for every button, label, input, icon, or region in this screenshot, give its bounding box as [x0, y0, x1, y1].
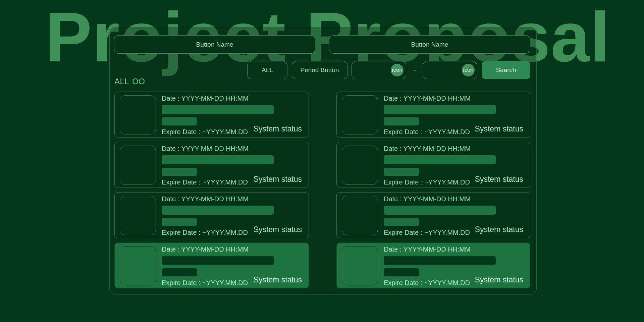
- item-card[interactable]: Date : YYYY-MM-DD HH:MM Expire Date : ~Y…: [114, 192, 309, 238]
- date-start-input[interactable]: icon: [352, 61, 406, 79]
- thumbnail-placeholder: [120, 196, 156, 235]
- header-button-right[interactable]: Button Name: [329, 35, 530, 54]
- system-status-label: System status: [254, 124, 302, 133]
- date-label: Date : YYYY-MM-DD HH:MM: [162, 195, 249, 203]
- item-card[interactable]: Date : YYYY-MM-DD HH:MM Expire Date : ~Y…: [114, 92, 309, 138]
- thumbnail-placeholder: [120, 95, 156, 135]
- item-card[interactable]: Date : YYYY-MM-DD HH:MM Expire Date : ~Y…: [336, 92, 530, 138]
- date-label: Date : YYYY-MM-DD HH:MM: [162, 95, 249, 102]
- header-button-left[interactable]: Button Name: [114, 35, 315, 54]
- thumbnail-placeholder: [342, 95, 378, 135]
- title-placeholder-bar: [384, 105, 496, 114]
- section-label: ALLOO: [114, 77, 145, 86]
- subtitle-placeholder-bar: [384, 268, 419, 276]
- section-title: ALL: [114, 77, 129, 86]
- title-placeholder-bar: [162, 206, 274, 215]
- all-filter-button[interactable]: ALL: [247, 61, 287, 79]
- expire-date-label: Expire Date : ~YYYY.MM.DD: [162, 229, 248, 236]
- date-label: Date : YYYY-MM-DD HH:MM: [384, 95, 471, 102]
- subtitle-placeholder-bar: [162, 218, 197, 226]
- date-range-separator: ~: [406, 61, 423, 79]
- thumbnail-placeholder: [120, 246, 156, 285]
- thumbnail-placeholder: [342, 196, 378, 235]
- system-status-label: System status: [254, 225, 302, 234]
- thumbnail-placeholder: [342, 146, 378, 185]
- item-card[interactable]: Date : YYYY-MM-DD HH:MM Expire Date : ~Y…: [336, 142, 530, 188]
- item-card[interactable]: Date : YYYY-MM-DD HH:MM Expire Date : ~Y…: [336, 192, 530, 238]
- date-end-input[interactable]: icon: [423, 61, 477, 79]
- thumbnail-placeholder: [342, 246, 378, 285]
- thumbnail-placeholder: [120, 146, 156, 185]
- expire-date-label: Expire Date : ~YYYY.MM.DD: [162, 279, 248, 287]
- calendar-icon[interactable]: icon: [462, 64, 475, 76]
- calendar-icon[interactable]: icon: [391, 64, 404, 76]
- item-card[interactable]: Date : YYYY-MM-DD HH:MM Expire Date : ~Y…: [114, 243, 309, 288]
- subtitle-placeholder-bar: [162, 268, 197, 276]
- title-placeholder-bar: [384, 155, 496, 164]
- expire-date-label: Expire Date : ~YYYY.MM.DD: [384, 229, 470, 236]
- search-button[interactable]: Search: [482, 61, 530, 79]
- subtitle-placeholder-bar: [162, 117, 197, 125]
- system-status-label: System status: [475, 124, 523, 133]
- expire-date-label: Expire Date : ~YYYY.MM.DD: [384, 178, 470, 186]
- system-status-label: System status: [475, 225, 523, 234]
- date-label: Date : YYYY-MM-DD HH:MM: [162, 145, 249, 153]
- item-card[interactable]: Date : YYYY-MM-DD HH:MM Expire Date : ~Y…: [114, 142, 309, 188]
- system-status-label: System status: [254, 175, 302, 184]
- date-label: Date : YYYY-MM-DD HH:MM: [384, 145, 471, 153]
- subtitle-placeholder-bar: [162, 168, 197, 176]
- expire-date-label: Expire Date : ~YYYY.MM.DD: [162, 178, 248, 186]
- subtitle-placeholder-bar: [384, 117, 419, 125]
- system-status-label: System status: [254, 275, 302, 284]
- title-placeholder-bar: [384, 256, 496, 265]
- item-card[interactable]: Date : YYYY-MM-DD HH:MM Expire Date : ~Y…: [336, 243, 530, 288]
- expire-date-label: Expire Date : ~YYYY.MM.DD: [384, 128, 470, 136]
- title-placeholder-bar: [162, 256, 274, 265]
- date-label: Date : YYYY-MM-DD HH:MM: [384, 246, 471, 253]
- date-label: Date : YYYY-MM-DD HH:MM: [162, 246, 249, 253]
- expire-date-label: Expire Date : ~YYYY.MM.DD: [384, 279, 470, 287]
- subtitle-placeholder-bar: [384, 218, 419, 226]
- system-status-label: System status: [475, 175, 523, 184]
- title-placeholder-bar: [384, 206, 496, 215]
- title-placeholder-bar: [162, 105, 274, 114]
- expire-date-label: Expire Date : ~YYYY.MM.DD: [162, 128, 248, 136]
- system-status-label: System status: [475, 275, 523, 284]
- subtitle-placeholder-bar: [384, 168, 419, 176]
- main-panel: Button Name Button Name ALL Period Butto…: [109, 27, 537, 294]
- date-label: Date : YYYY-MM-DD HH:MM: [384, 195, 471, 203]
- period-filter-button[interactable]: Period Button: [292, 61, 347, 79]
- title-placeholder-bar: [162, 155, 274, 164]
- card-grid: Date : YYYY-MM-DD HH:MM Expire Date : ~Y…: [114, 92, 530, 288]
- section-count: OO: [132, 77, 145, 86]
